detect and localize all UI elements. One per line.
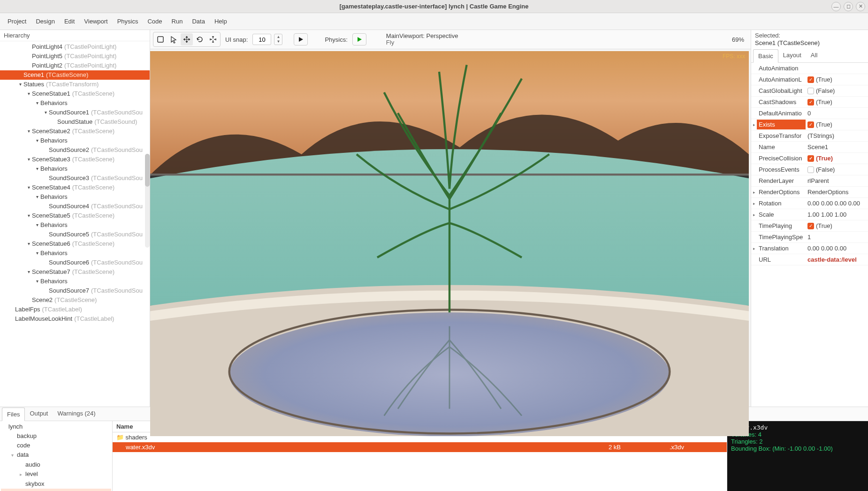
rotate-icon[interactable]: [194, 33, 206, 45]
file-rows[interactable]: 📁 shaderswater.x3dv2 kB.x3dv: [113, 432, 727, 491]
tree-row[interactable]: SoundSource7(TCastleSoundSou: [0, 286, 150, 295]
prop-row[interactable]: TimePlaying✓(True): [751, 220, 868, 232]
menu-item-project[interactable]: Project: [4, 16, 30, 27]
prop-row[interactable]: CastShadows✓(True): [751, 97, 868, 108]
prop-row[interactable]: CastGlobalLight(False): [751, 85, 868, 97]
dir-row[interactable]: backup: [1, 431, 111, 441]
property-grid[interactable]: AutoAnimationAutoAnimationL✓(True)CastGl…: [751, 63, 868, 407]
tree-row[interactable]: ▾Behaviors: [0, 192, 150, 202]
prop-row[interactable]: AutoAnimation: [751, 63, 868, 74]
physics-play-button[interactable]: [352, 33, 366, 45]
tree-row[interactable]: SoundSource5(TCastleSoundSou: [0, 230, 150, 239]
tree-row[interactable]: SoundStatue(TCastleSound): [0, 117, 150, 127]
tree-row[interactable]: ▾SceneStatue5(TCastleScene): [0, 211, 150, 220]
prop-row[interactable]: ▸Translation0.00 0.00 0.00: [751, 243, 868, 254]
prop-row[interactable]: ▸Scale1.00 1.00 1.00: [751, 209, 868, 220]
prop-row[interactable]: TimePlayingSpe1: [751, 232, 868, 243]
tree-row[interactable]: Scene2(TCastleScene): [0, 295, 150, 305]
minimize-icon[interactable]: —: [831, 2, 841, 11]
ui-snap-input[interactable]: [252, 34, 271, 45]
maximize-icon[interactable]: ◻: [844, 2, 853, 11]
bottom-tab[interactable]: Warnings (24): [53, 407, 100, 421]
checkbox-icon[interactable]: [807, 166, 814, 173]
tree-row[interactable]: ▾SceneStatue1(TCastleScene): [0, 89, 150, 98]
tree-row[interactable]: ▾SceneStatue6(TCastleScene): [0, 239, 150, 249]
bottom-tab[interactable]: Output: [25, 407, 53, 421]
tree-row[interactable]: SoundSource6(TCastleSoundSou: [0, 258, 150, 267]
prop-row[interactable]: ▸Rotation0.00 0.00 0.00 0.00: [751, 198, 868, 209]
checkbox-icon[interactable]: ✓: [807, 121, 814, 128]
prop-row[interactable]: ExposeTransfor(TStrings): [751, 130, 868, 142]
tree-row[interactable]: PointLight5(TCastlePointLight): [0, 52, 150, 61]
dir-row[interactable]: lynch: [1, 422, 111, 431]
file-row[interactable]: water.x3dv2 kB.x3dv: [113, 442, 727, 452]
tree-row[interactable]: ▾Behaviors: [0, 164, 150, 174]
prop-row[interactable]: ▸Exists✓(True): [751, 119, 868, 130]
tab-layout[interactable]: Layout: [778, 49, 806, 62]
tree-row[interactable]: ▾Behaviors: [0, 220, 150, 230]
prop-row[interactable]: ProcessEvents(False): [751, 164, 868, 175]
menu-item-physics[interactable]: Physics: [114, 16, 142, 27]
dir-row[interactable]: skybox: [1, 479, 111, 489]
tree-row[interactable]: LabelMouseLookHint(TCastleLabel): [0, 314, 150, 324]
tree-row[interactable]: LabelFps(TCastleLabel): [0, 305, 150, 314]
tab-basic[interactable]: Basic: [753, 49, 778, 63]
tree-row[interactable]: PointLight4(TCastlePointLight): [0, 42, 150, 52]
dir-row[interactable]: ▾data: [1, 450, 111, 460]
checkbox-icon[interactable]: ✓: [807, 76, 814, 83]
tree-row[interactable]: ▾SoundSource1(TCastleSoundSou: [0, 108, 150, 117]
prop-row[interactable]: NameScene1: [751, 142, 868, 153]
prop-row[interactable]: RenderLayerrlParent: [751, 175, 868, 187]
tree-row[interactable]: ▾Behaviors: [0, 249, 150, 258]
prop-row[interactable]: ▸RenderOptionsRenderOptions: [751, 187, 868, 198]
dir-row[interactable]: audio: [1, 460, 111, 469]
tree-row[interactable]: ▾SceneStatue7(TCastleScene): [0, 267, 150, 277]
scrollbar-thumb[interactable]: [145, 154, 150, 187]
checkbox-icon[interactable]: ✓: [807, 99, 814, 106]
tree-row[interactable]: ▾Behaviors: [0, 277, 150, 286]
tree-row[interactable]: SoundSource4(TCastleSoundSou: [0, 202, 150, 211]
checkbox-icon[interactable]: ✓: [807, 155, 814, 162]
menu-item-data[interactable]: Data: [188, 16, 208, 27]
prop-row[interactable]: DefaultAnimatio0: [751, 108, 868, 119]
inspector-tabs: BasicLayoutAll: [751, 49, 868, 63]
directory-tree[interactable]: lynchbackupcode▾dataaudio▸levelskyboxwat…: [0, 421, 113, 491]
tree-row[interactable]: SoundSource2(TCastleSoundSou: [0, 145, 150, 155]
ui-snap-stepper[interactable]: ▲▼: [274, 34, 282, 45]
menu-item-help[interactable]: Help: [211, 16, 231, 27]
tree-row[interactable]: ▾SceneStatue3(TCastleScene): [0, 155, 150, 164]
menu-item-code[interactable]: Code: [144, 16, 166, 27]
scale-icon[interactable]: [207, 33, 219, 45]
titlebar: [gamestateplay.castle-user-interface] ly…: [0, 0, 868, 13]
dir-row[interactable]: code: [1, 441, 111, 450]
dir-row[interactable]: water: [1, 489, 111, 491]
select-icon[interactable]: [168, 33, 180, 45]
tree-row[interactable]: ▾SceneStatue4(TCastleScene): [0, 183, 150, 192]
tree-row[interactable]: ▾Behaviors: [0, 98, 150, 108]
viewport-3d[interactable]: FPS: xxx: [150, 51, 749, 436]
move-icon[interactable]: [181, 33, 193, 45]
tree-row[interactable]: Scene1(TCastleScene): [0, 70, 150, 80]
bottom-tab[interactable]: Files: [2, 408, 25, 421]
prop-row[interactable]: URLcastle-data:/level: [751, 254, 868, 265]
menu-item-viewport[interactable]: Viewport: [80, 16, 111, 27]
menu-item-run[interactable]: Run: [168, 16, 187, 27]
close-icon[interactable]: ✕: [856, 2, 865, 11]
tree-row[interactable]: PointLight2(TCastlePointLight): [0, 61, 150, 70]
checkbox-icon[interactable]: ✓: [807, 223, 814, 229]
tab-all[interactable]: All: [806, 49, 822, 62]
menu-item-design[interactable]: Design: [32, 16, 58, 27]
play-button[interactable]: [294, 33, 308, 45]
tree-row[interactable]: ▾Statues(TCastleTransform): [0, 80, 150, 89]
tree-row[interactable]: ▾SceneStatue2(TCastleScene): [0, 127, 150, 136]
hierarchy-tree[interactable]: PointLight4(TCastlePointLight)PointLight…: [0, 41, 150, 407]
prop-row[interactable]: PreciseCollision✓(True): [751, 153, 868, 164]
checkbox-icon[interactable]: [807, 88, 814, 94]
scrollbar[interactable]: [145, 154, 150, 248]
menu-item-edit[interactable]: Edit: [61, 16, 78, 27]
tree-row[interactable]: ▾Behaviors: [0, 136, 150, 145]
prop-row[interactable]: AutoAnimationL✓(True): [751, 74, 868, 85]
tree-row[interactable]: SoundSource3(TCastleSoundSou: [0, 174, 150, 183]
dir-row[interactable]: ▸level: [1, 469, 111, 479]
rect-select-icon[interactable]: [154, 33, 167, 45]
